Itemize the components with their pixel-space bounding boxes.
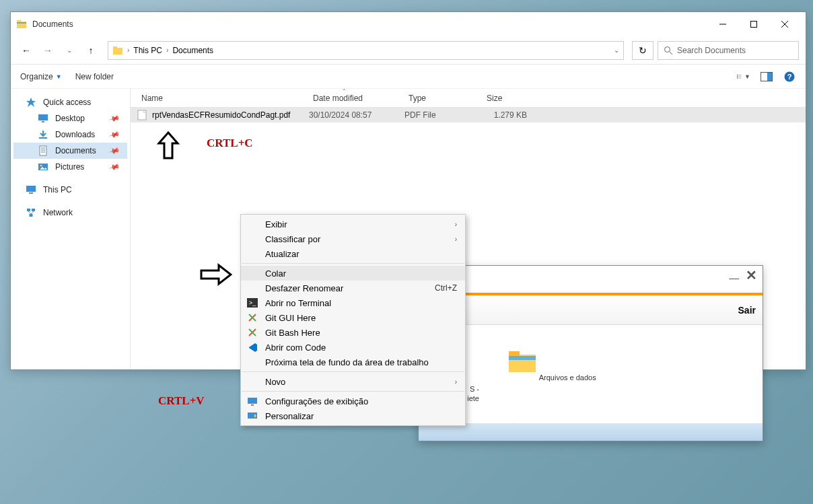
sidebar-item-network[interactable]: Network [13,205,127,221]
pc-icon [26,184,36,195]
ctx-proxima[interactable]: Próxima tela de fundo da área de trabalh… [241,355,465,369]
ctx-terminal[interactable]: >_Abrir no Terminal [241,295,465,310]
ctx-classificar[interactable]: Classificar por› [241,231,465,246]
ctx-colar[interactable]: Colar [241,266,465,281]
svg-rect-51 [248,398,257,404]
chevron-right-icon: › [455,236,457,243]
search-icon [664,46,673,55]
git-icon [246,326,258,338]
ctx-display[interactable]: Configurações de exibição [241,394,465,408]
ctx-code[interactable]: Abrir com Code [241,340,465,355]
recent-dropdown[interactable]: ⌄ [61,42,78,59]
ctx-atualizar[interactable]: Atualizar [241,246,465,261]
minimize-button[interactable]: _ [730,267,739,283]
ctx-novo[interactable]: Novo› [241,374,465,389]
svg-rect-2 [17,22,26,24]
breadcrumb-documents[interactable]: Documents [172,46,213,55]
file-row[interactable]: rptVendasECFResumidoCondPagt.pdf 30/10/2… [131,108,806,122]
ctx-personalizar[interactable]: Personalizar [241,408,465,423]
help-button[interactable]: ? [783,70,796,83]
close-button[interactable] [769,13,800,35]
svg-marker-21 [26,98,36,107]
svg-rect-33 [29,192,33,194]
nectar-footer [419,423,763,441]
organize-button[interactable]: Organize ▼ [20,72,62,81]
file-icon [137,110,147,120]
search-input[interactable]: Search Documents [658,41,799,60]
display-icon [246,395,258,407]
svg-rect-18 [767,73,772,81]
preview-pane-button[interactable] [760,70,773,83]
file-date: 30/10/2024 08:57 [309,110,404,120]
column-name[interactable]: Name [137,94,309,103]
file-size: 1.279 KB [483,110,530,120]
folder-icon [507,349,537,373]
sidebar-item-desktop[interactable]: Desktop📌 [13,110,127,127]
desktop-icon [38,113,48,124]
svg-rect-35 [32,209,35,211]
svg-line-38 [31,211,34,214]
nav-bar: ← → ⌄ ↑ › This PC › Documents ⌄ ↻ Search… [11,36,806,65]
sidebar-item-documents[interactable]: Documents📌 [13,143,127,159]
svg-rect-13 [737,77,738,78]
back-button[interactable]: ← [17,42,35,59]
chevron-down-icon[interactable]: ⌄ [614,46,619,54]
svg-text:?: ? [787,73,792,81]
svg-marker-50 [249,343,257,352]
ctx-exibir[interactable]: Exibir› [241,217,465,231]
chevron-right-icon: › [166,46,168,54]
svg-text:>_: >_ [249,299,256,306]
maximize-button[interactable] [738,13,769,35]
forward-button[interactable]: → [39,42,57,59]
ctx-desfazer[interactable]: Desfazer RenomearCtrl+Z [241,281,465,295]
sidebar-item-pictures[interactable]: Pictures📌 [13,159,127,175]
annotation-ctrl-c: CRTL+C [207,137,253,150]
sair-button[interactable]: Sair [738,305,756,316]
folder-icon [16,19,27,30]
ctx-git-bash[interactable]: Git Bash Here [241,325,465,340]
new-folder-button[interactable]: New folder [75,72,114,81]
sort-indicator: ⌃ [342,88,347,94]
column-headers: ⌃ Name Date modified Type Size [131,89,806,108]
svg-rect-11 [737,74,738,75]
column-date[interactable]: Date modified [309,94,404,103]
address-bar[interactable]: › This PC › Documents ⌄ [108,41,624,60]
nectar-item-arquivos[interactable]: Arquivos e dados [505,349,599,404]
file-name: rptVendasECFResumidoCondPagt.pdf [152,110,309,120]
pin-icon: 📌 [108,145,121,157]
folder-icon [112,45,123,56]
download-icon [38,129,48,140]
terminal-icon: >_ [246,297,258,309]
search-placeholder: Search Documents [677,46,746,55]
svg-rect-39 [138,110,146,120]
git-icon [246,312,258,324]
svg-line-10 [670,52,672,55]
svg-rect-1 [17,20,21,22]
view-options-button[interactable]: ▼ [737,70,750,83]
svg-line-37 [28,211,31,214]
column-type[interactable]: Type [404,94,483,103]
svg-rect-12 [737,76,738,77]
column-size[interactable]: Size [483,94,530,103]
annotation-arrow-right [200,262,232,287]
svg-rect-34 [27,209,30,211]
sidebar-item-this-pc[interactable]: This PC [13,182,127,198]
breadcrumb-this-pc[interactable]: This PC [133,46,162,55]
nectar-app-window: ectar _ ✕ Sair S -iete Arquivos e dados [418,265,763,441]
svg-rect-43 [509,356,536,360]
pin-icon: 📌 [108,161,121,173]
ctx-git-gui[interactable]: Git GUI Here [241,310,465,325]
up-button[interactable]: ↑ [82,42,100,59]
sidebar: Quick access Desktop📌 Downloads📌 Documen… [11,89,131,369]
star-icon [26,97,36,108]
refresh-button[interactable]: ↻ [632,41,653,60]
sidebar-item-quick-access[interactable]: Quick access [13,94,127,110]
network-icon [26,207,36,218]
close-button[interactable]: ✕ [746,267,757,283]
svg-rect-36 [30,214,33,217]
svg-point-9 [665,46,670,52]
sidebar-item-downloads[interactable]: Downloads📌 [13,127,127,143]
nectar-toolbar: Sair [419,293,763,325]
minimize-button[interactable] [707,13,738,35]
svg-rect-8 [113,46,117,48]
